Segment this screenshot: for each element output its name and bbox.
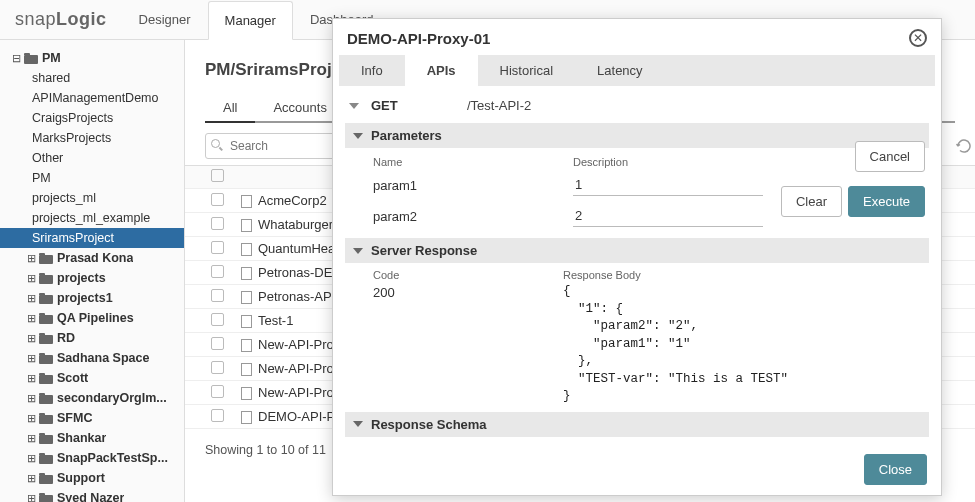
folder-icon xyxy=(39,433,53,444)
section-response-schema[interactable]: Response Schema xyxy=(345,412,929,437)
row-checkbox[interactable] xyxy=(211,361,224,374)
file-icon xyxy=(241,267,252,280)
tab-historical[interactable]: Historical xyxy=(478,55,575,86)
expand-icon[interactable]: ⊞ xyxy=(25,312,37,324)
clear-button[interactable]: Clear xyxy=(781,186,842,217)
tree-item-shankar[interactable]: ⊞Shankar xyxy=(0,428,184,448)
tree-item-syed-nazer[interactable]: ⊞Syed Nazer xyxy=(0,488,184,502)
file-icon xyxy=(241,339,252,352)
tree-item-projects_ml[interactable]: projects_ml xyxy=(0,188,184,208)
tree-item-prasad-kona[interactable]: ⊞Prasad Kona xyxy=(0,248,184,268)
dialog-tabs: Info APIs Historical Latency xyxy=(339,55,935,86)
execute-button[interactable]: Execute xyxy=(848,186,925,217)
expand-icon[interactable]: ⊞ xyxy=(25,352,37,364)
tree-item-shared[interactable]: shared xyxy=(0,68,184,88)
chevron-down-icon[interactable] xyxy=(349,103,359,109)
tree-item-marksprojects[interactable]: MarksProjects xyxy=(0,128,184,148)
param-name-2: param2 xyxy=(373,205,573,232)
file-icon xyxy=(241,219,252,232)
label-name: Name xyxy=(373,154,573,170)
param-input-2[interactable] xyxy=(573,205,763,227)
chevron-down-icon xyxy=(353,421,363,427)
expand-icon[interactable]: ⊞ xyxy=(25,492,37,502)
tree-item-qa-pipelines[interactable]: ⊞QA Pipelines xyxy=(0,308,184,328)
folder-icon xyxy=(39,413,53,424)
row-checkbox[interactable] xyxy=(211,265,224,278)
folder-icon xyxy=(39,373,53,384)
tree-item-projects[interactable]: ⊞projects xyxy=(0,268,184,288)
folder-icon xyxy=(39,493,53,503)
row-checkbox[interactable] xyxy=(211,289,224,302)
section-server-response[interactable]: Server Response xyxy=(345,238,929,263)
folder-icon xyxy=(39,393,53,404)
expand-icon[interactable]: ⊞ xyxy=(25,332,37,344)
tree-item-projects_ml_example[interactable]: projects_ml_example xyxy=(0,208,184,228)
dialog-title: DEMO-API-Proxy-01 xyxy=(347,30,490,47)
file-icon xyxy=(241,411,252,424)
chevron-down-icon xyxy=(353,248,363,254)
nav-designer[interactable]: Designer xyxy=(122,0,208,39)
expand-icon[interactable]: ⊞ xyxy=(25,372,37,384)
http-method: GET xyxy=(367,98,467,113)
expand-icon[interactable]: ⊞ xyxy=(25,252,37,264)
tree-item-craigsprojects[interactable]: CraigsProjects xyxy=(0,108,184,128)
tree-item-scott[interactable]: ⊞Scott xyxy=(0,368,184,388)
file-icon xyxy=(241,195,252,208)
row-checkbox[interactable] xyxy=(211,337,224,350)
expand-icon[interactable]: ⊞ xyxy=(25,292,37,304)
label-response-body: Response Body xyxy=(563,269,929,281)
tree-item-sadhana-space[interactable]: ⊞Sadhana Space xyxy=(0,348,184,368)
tree-item-sfmc[interactable]: ⊞SFMC xyxy=(0,408,184,428)
tree-item-other[interactable]: Other xyxy=(0,148,184,168)
row-checkbox[interactable] xyxy=(211,385,224,398)
expand-icon[interactable]: ⊞ xyxy=(25,412,37,424)
file-icon xyxy=(241,315,252,328)
tree-root-pm[interactable]: ⊟ PM xyxy=(0,48,184,68)
file-icon xyxy=(241,387,252,400)
row-checkbox[interactable] xyxy=(211,313,224,326)
file-icon xyxy=(241,243,252,256)
tree-item-pm[interactable]: PM xyxy=(0,168,184,188)
file-icon xyxy=(241,363,252,376)
row-checkbox[interactable] xyxy=(211,241,224,254)
param-name-1: param1 xyxy=(373,174,573,201)
expand-icon[interactable]: ⊞ xyxy=(25,272,37,284)
tab-latency[interactable]: Latency xyxy=(575,55,665,86)
folder-icon xyxy=(39,473,53,484)
close-dialog-button[interactable]: Close xyxy=(864,454,927,485)
expand-icon[interactable]: ⊞ xyxy=(25,432,37,444)
endpoint-path: /Test-API-2 xyxy=(467,98,531,113)
sidebar: ⊟ PM sharedAPIManagementDemoCraigsProjec… xyxy=(0,40,185,502)
tree-item-support[interactable]: ⊞Support xyxy=(0,468,184,488)
expand-icon[interactable]: ⊞ xyxy=(25,392,37,404)
api-dialog: DEMO-API-Proxy-01 ✕ Info APIs Historical… xyxy=(332,18,942,496)
close-button[interactable]: ✕ xyxy=(909,29,927,47)
folder-icon xyxy=(24,53,38,64)
row-checkbox[interactable] xyxy=(211,409,224,422)
tree-item-snappacktestsp-[interactable]: ⊞SnapPackTestSp... xyxy=(0,448,184,468)
tree-item-projects1[interactable]: ⊞projects1 xyxy=(0,288,184,308)
tree-item-sriramsproject[interactable]: SriramsProject xyxy=(0,228,184,248)
tree-item-secondaryorgim-[interactable]: ⊞secondaryOrgIm... xyxy=(0,388,184,408)
nav-manager[interactable]: Manager xyxy=(208,1,293,40)
folder-icon xyxy=(39,273,53,284)
row-checkbox[interactable] xyxy=(211,217,224,230)
tree-item-apimanagementdemo[interactable]: APIManagementDemo xyxy=(0,88,184,108)
collapse-icon[interactable]: ⊟ xyxy=(10,52,22,64)
row-checkbox[interactable] xyxy=(211,193,224,206)
subtab-all[interactable]: All xyxy=(205,92,255,123)
expand-icon[interactable]: ⊞ xyxy=(25,452,37,464)
refresh-icon[interactable] xyxy=(956,138,972,154)
folder-icon xyxy=(39,293,53,304)
cancel-button[interactable]: Cancel xyxy=(855,141,925,172)
tab-info[interactable]: Info xyxy=(339,55,405,86)
response-body: { "1": { "param2": "2", "param1": "1" },… xyxy=(563,281,929,406)
tab-apis[interactable]: APIs xyxy=(405,55,478,86)
param-input-1[interactable] xyxy=(573,174,763,196)
select-all-checkbox[interactable] xyxy=(211,169,224,182)
expand-icon[interactable]: ⊞ xyxy=(25,472,37,484)
chevron-down-icon xyxy=(353,133,363,139)
tree-item-rd[interactable]: ⊞RD xyxy=(0,328,184,348)
folder-icon xyxy=(39,353,53,364)
label-description: Description xyxy=(573,154,773,170)
